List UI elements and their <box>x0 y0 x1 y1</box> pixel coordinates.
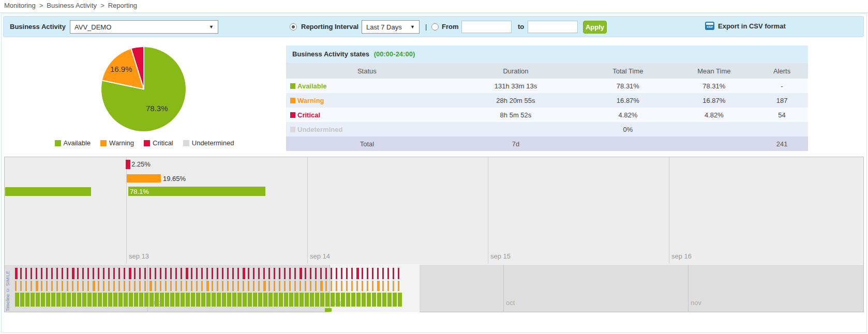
business-activity-value: AVV_DEMO <box>74 23 111 31</box>
timeline-overview-band[interactable]: aug sep oct nov <box>5 264 863 312</box>
table-row-total: Total 7d 241 <box>286 136 808 151</box>
from-date-input[interactable] <box>461 21 512 33</box>
reporting-interval-select[interactable]: Last 7 Days ▼ <box>362 20 420 34</box>
states-panel: Business Activity states (00:00-24:00) S… <box>286 45 808 151</box>
toolbar-separator: | <box>425 23 427 31</box>
simile-credit: Timeline © SIMILE <box>5 264 10 311</box>
export-csv-label: Export in CSV format <box>718 22 786 30</box>
from-label: From <box>442 23 459 31</box>
apply-button[interactable]: Apply <box>583 21 607 34</box>
to-date-input[interactable] <box>528 21 578 33</box>
states-title-range: (00:00-24:00) <box>374 50 415 58</box>
business-activity-label: Business Activity <box>10 23 66 31</box>
grid-line <box>669 157 669 264</box>
undetermined-swatch <box>183 140 189 146</box>
csv-icon: csv <box>705 22 714 30</box>
breadcrumb-reporting[interactable]: Reporting <box>108 2 137 9</box>
available-swatch <box>290 83 295 89</box>
available-bar-previous <box>5 187 91 196</box>
critical-bar <box>126 160 130 169</box>
states-header-row: Status Duration Total Time Mean Time Ale… <box>286 63 808 79</box>
breadcrumb-separator: > <box>100 2 104 9</box>
toolbar: Business Activity AVV_DEMO ▼ Reporting I… <box>3 16 864 37</box>
reporting-page: Monitoring>Business Activity>Reporting B… <box>0 0 868 334</box>
col-mean-time: Mean Time <box>672 63 756 79</box>
col-total-time: Total Time <box>583 63 672 79</box>
legend-item-available: Available <box>55 139 91 147</box>
grid-line <box>307 157 308 264</box>
legend-item-warning: Warning <box>100 139 134 147</box>
critical-swatch <box>290 112 295 118</box>
breadcrumb-separator: > <box>39 2 43 9</box>
breadcrumb-monitoring[interactable]: Monitoring <box>4 2 36 9</box>
warning-swatch <box>290 98 295 103</box>
col-alerts: Alerts <box>756 63 808 79</box>
table-row-undetermined: Undetermined 0% <box>286 122 808 136</box>
pie-label-warning: 16.9% <box>110 65 132 73</box>
chevron-down-icon: ▼ <box>209 24 214 29</box>
breadcrumb: Monitoring>Business Activity>Reporting <box>0 0 868 13</box>
available-bar-label: 78.1% <box>130 188 149 195</box>
col-duration: Duration <box>448 63 583 79</box>
warning-bar-label: 19.65% <box>163 175 186 183</box>
col-status: Status <box>286 63 448 79</box>
undetermined-swatch <box>290 127 295 132</box>
custom-period-radio[interactable] <box>431 23 439 31</box>
table-row-available: Available 131h 33m 13s 78.31% 78.31% - <box>286 79 808 93</box>
pie-label-available: 78.3% <box>146 104 168 113</box>
export-csv-link[interactable]: csv Export in CSV format <box>705 22 786 30</box>
critical-swatch <box>144 140 150 146</box>
breadcrumb-business-activity[interactable]: Business Activity <box>47 2 97 9</box>
pie-legend: Available Warning Critical Undetermined <box>0 139 289 147</box>
reporting-interval-value: Last 7 Days <box>366 23 402 31</box>
to-label: to <box>518 23 524 31</box>
business-activity-select[interactable]: AVV_DEMO ▼ <box>70 20 218 34</box>
states-table: Status Duration Total Time Mean Time Ale… <box>286 63 808 151</box>
day-label: sep 16 <box>671 252 692 260</box>
states-title-bar: Business Activity states (00:00-24:00) <box>286 45 808 63</box>
day-label: sep 15 <box>490 252 511 260</box>
critical-bar-label: 2.25% <box>131 160 151 168</box>
pie-chart: 78.3% 16.9% <box>101 47 186 131</box>
reporting-interval-label: Reporting Interval <box>301 23 358 31</box>
grid-line <box>488 157 488 264</box>
available-swatch <box>55 140 61 146</box>
states-title: Business Activity states <box>292 50 369 58</box>
overview-ticks <box>5 265 863 312</box>
chevron-down-icon: ▼ <box>410 24 415 29</box>
grid-line <box>126 157 127 264</box>
legend-item-critical: Critical <box>144 139 173 147</box>
day-label: sep 14 <box>310 252 330 260</box>
day-label: sep 13 <box>129 252 149 260</box>
legend-item-undetermined: Undetermined <box>183 139 234 147</box>
reporting-interval-radio[interactable] <box>290 23 297 31</box>
timeline-panel[interactable]: sep 13 sep 14 sep 15 sep 16 2.25% 19.65%… <box>4 157 864 312</box>
current-date-marker <box>325 308 332 312</box>
table-row-critical: Critical 8h 5m 52s 4.82% 4.82% 54 <box>286 108 808 122</box>
warning-bar <box>127 174 161 183</box>
table-row-warning: Warning 28h 20m 55s 16.87% 16.87% 187 <box>286 93 808 108</box>
warning-swatch <box>100 140 107 146</box>
